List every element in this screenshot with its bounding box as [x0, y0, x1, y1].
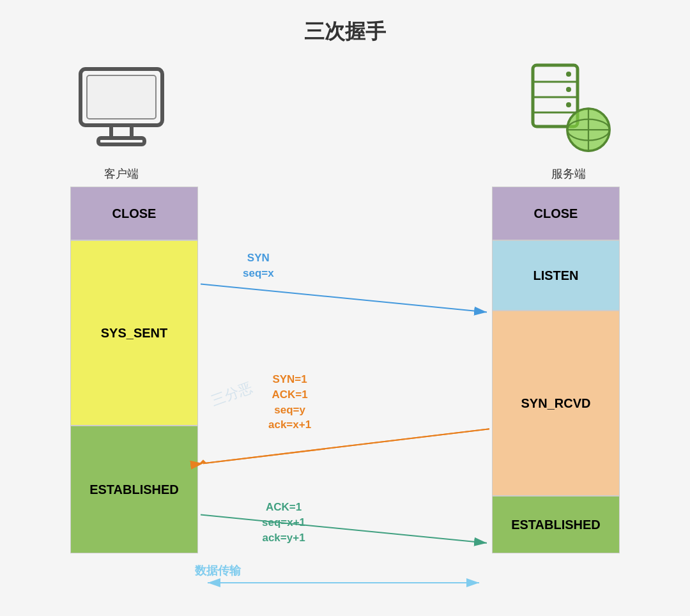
server-icon-block: 服务端: [518, 59, 620, 181]
svg-point-9: [566, 87, 571, 92]
server-established-block: ESTABLISHED: [492, 496, 620, 553]
client-established-block: ESTABLISHED: [70, 426, 198, 553]
server-label: 服务端: [551, 166, 586, 181]
svg-rect-1: [87, 75, 156, 119]
client-close-block: CLOSE: [70, 187, 198, 240]
server-syn-rcvd-block: SYN_RCVD: [492, 311, 620, 496]
ack-label: ACK=1 seq=x+1 ack=y+1: [262, 500, 305, 545]
main-container: 三次握手 客户端: [0, 0, 690, 616]
data-label: 数据传输: [195, 563, 241, 579]
server-column: CLOSE LISTEN SYN_RCVD ESTABLISHED: [492, 187, 620, 565]
svg-point-10: [566, 102, 571, 107]
page-title: 三次握手: [304, 18, 386, 46]
svg-rect-3: [98, 138, 144, 144]
server-close-block: CLOSE: [492, 187, 620, 240]
icons-row: 客户端: [70, 59, 620, 181]
monitor-icon: [70, 59, 172, 161]
watermark: 三分恶: [209, 378, 255, 411]
svg-line-26: [201, 515, 487, 543]
svg-point-8: [566, 72, 571, 77]
client-sys-sent-block: SYS_SENT: [70, 240, 198, 426]
diagram: CLOSE SYS_SENT ESTABLISHED CLOSE LISTEN …: [70, 187, 620, 603]
server-icon: [518, 59, 620, 161]
synack-label: SYN=1 ACK=1 seq=y ack=x+1: [268, 372, 311, 433]
svg-marker-25: [199, 459, 207, 463]
client-label: 客户端: [104, 166, 139, 181]
client-column: CLOSE SYS_SENT ESTABLISHED: [70, 187, 198, 565]
svg-line-23: [203, 429, 489, 463]
server-listen-block: LISTEN: [492, 240, 620, 311]
svg-line-22: [201, 284, 487, 312]
svg-line-24: [203, 429, 489, 463]
syn-label: SYN seq=x: [243, 250, 274, 281]
client-icon-block: 客户端: [70, 59, 172, 181]
